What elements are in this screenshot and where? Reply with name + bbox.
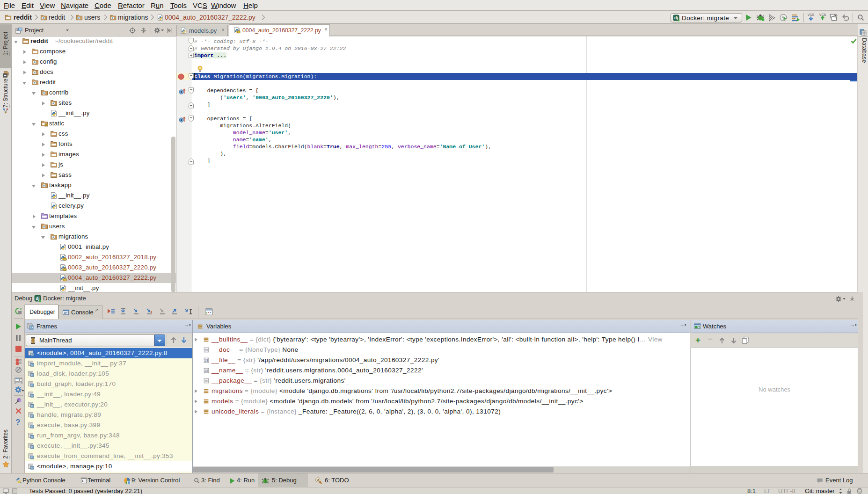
svg-text:VCS: VCS [808,13,815,16]
